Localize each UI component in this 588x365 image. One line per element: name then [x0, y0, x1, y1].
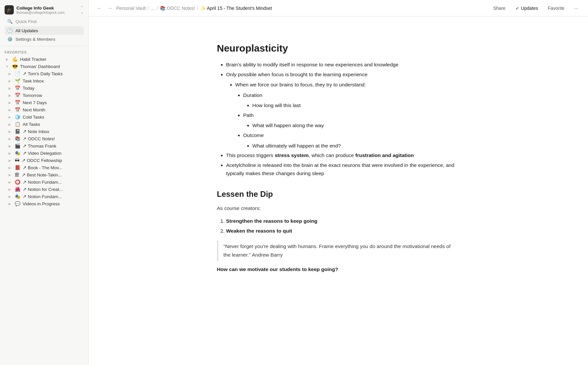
sidebar-item-thomas-frank[interactable]: ▶ 🎬 ↗ Thomas Frank — [2, 142, 86, 149]
clock-icon: 🕐 — [7, 28, 13, 33]
quick-find-button[interactable]: 🔍 Quick Find — [5, 17, 84, 26]
neuroplasticity-bullets: Brain's ability to modify itself in resp… — [217, 60, 460, 178]
section2-heading: Lessen the Dip — [217, 190, 460, 199]
next-month-icon: 📅 — [15, 107, 20, 112]
favorite-button[interactable]: Favorite — [545, 4, 568, 12]
toms-daily-tasks-label: ↗ Tom's Daily Tasks — [23, 71, 84, 76]
sidebar-item-thomas-dashboard[interactable]: ▼ 😎 Thomas' Dashboard — [2, 63, 86, 70]
sidebar-item-video-delegation[interactable]: ▶ 🎭 ↗ Video Delegation — [2, 149, 86, 157]
blockquote-text: "Never forget you're dealing with humans… — [224, 243, 451, 258]
sidebar-item-book-mov[interactable]: ▶ 📕 ↗ Book - The Mov... — [2, 164, 86, 171]
bullet-stress: This process triggers stress system, whi… — [226, 151, 460, 160]
sidebar-item-cold-tasks[interactable]: ▶ 🧊 Cold Tasks — [2, 113, 86, 121]
notion-fundam1-label: ↗ Notion Fundam... — [23, 179, 84, 185]
odcc-fellowship-label: ↗ ODCC Fellowship — [22, 158, 84, 163]
sidebar-item-notion-fundam1[interactable]: ▶ ⭕ ↗ Notion Fundam... — [2, 178, 86, 186]
dpe-bullets: Duration How long will this last Path Wh… — [235, 91, 460, 150]
sidebar-item-today[interactable]: ▶ 📅 Today — [2, 84, 86, 92]
collapse-arrow-icon: ▶ — [7, 173, 12, 177]
forward-button[interactable]: → — [106, 5, 114, 12]
tomorrow-icon: 📅 — [15, 93, 20, 98]
bold-question: How can we motivate our students to keep… — [217, 266, 460, 272]
section1-heading: Neuroplasticity — [217, 43, 460, 54]
best-note-icon: 🕸 — [15, 172, 19, 177]
sidebar-item-note-inbox[interactable]: ▶ 📓 ↗ Note Inbox — [2, 128, 86, 135]
share-button[interactable]: Share — [490, 4, 509, 12]
updates-label: Updates — [521, 6, 538, 11]
sidebar-item-next-7-days[interactable]: ▶ 📅 Next 7 Days — [2, 99, 86, 106]
video-delegation-icon: 🎭 — [15, 150, 20, 156]
all-updates-nav[interactable]: 🕐 All Updates — [5, 26, 84, 35]
sidebar-item-notion-fundam2[interactable]: ▶ 🎭 ↗ Notion Fundam... — [2, 193, 86, 200]
updates-button[interactable]: ✓ Updates — [512, 4, 541, 12]
sidebar-item-best-note[interactable]: ▶ 🕸 ↗ Best Note-Takin... — [2, 171, 86, 178]
collapse-arrow-icon: ▶ — [7, 159, 12, 162]
breadcrumb-current-page: ✨ April 15 - The Student's Mindset — [200, 6, 272, 11]
bullet-path-child: What will happen along the way — [252, 121, 460, 130]
collapse-arrow-icon: ▶ — [7, 180, 12, 184]
task-inbox-label: Task Inbox — [23, 79, 84, 83]
ordered-item-2: Weaken the reasons to quit — [226, 227, 460, 235]
sidebar-item-videos-in-progress[interactable]: ▶ 💬 Videos in Progress — [2, 200, 86, 207]
breadcrumb-odcc-notes[interactable]: 📚 ODCC Notes! — [160, 6, 195, 11]
sidebar-item-next-month[interactable]: ▶ 📅 Next Month — [2, 106, 86, 113]
sidebar-item-tomorrow[interactable]: ▶ 📅 Tomorrow — [2, 92, 86, 99]
sidebar-item-task-inbox[interactable]: ▶ 🌱 Task Inbox — [2, 77, 86, 84]
stress-bold2: frustration and agitation — [355, 152, 414, 158]
ellipsis-icon: ··· — [574, 6, 578, 11]
notion-creat-icon: 🌺 — [15, 187, 20, 192]
breadcrumb-sep-3: / — [197, 6, 198, 11]
habit-tracker-icon: 💪 — [12, 57, 18, 62]
outcome-children: What ultimately will happen at the end? — [243, 142, 460, 150]
notion-fundam1-icon: ⭕ — [15, 179, 20, 185]
breadcrumb-ellipsis[interactable]: ... — [151, 6, 155, 11]
duration-children: How long will this last — [243, 101, 460, 110]
main-content-area: ← → Personal Vault / ... / 📚 ODCC Notes!… — [89, 0, 588, 365]
workspace-email: thomas@collegeinfogeck.com — [16, 11, 65, 14]
collapse-arrow-icon: ▶ — [7, 202, 12, 206]
videos-in-progress-icon: 💬 — [15, 201, 20, 206]
path-children: What will happen along the way — [243, 121, 460, 130]
back-button[interactable]: ← — [95, 5, 104, 12]
book-mov-label: ↗ Book - The Mov... — [23, 165, 84, 170]
more-options-button[interactable]: ··· — [571, 4, 581, 12]
collapse-arrow-icon: ▶ — [7, 137, 12, 141]
breadcrumb-sep-2: / — [157, 6, 158, 11]
next-month-label: Next Month — [23, 107, 84, 112]
notion-creat-label: ↗ Notion for Creat... — [23, 187, 84, 192]
sidebar-item-notion-creat[interactable]: ▶ 🌺 ↗ Notion for Creat... — [2, 186, 86, 193]
notion-fundam2-icon: 🎭 — [15, 194, 20, 199]
breadcrumb-personal-vault[interactable]: Personal Vault — [116, 6, 146, 11]
cold-tasks-label: Cold Tasks — [23, 115, 84, 120]
share-label: Share — [493, 6, 505, 11]
sidebar-item-toms-daily-tasks[interactable]: ▶ 📄 ↗ Tom's Daily Tasks — [2, 70, 86, 77]
collapse-arrow-icon: ▶ — [7, 86, 12, 90]
blockquote: "Never forget you're dealing with humans… — [217, 240, 460, 261]
best-note-label: ↗ Best Note-Takin... — [22, 172, 84, 177]
sidebar: 🎓 College Info Geek thomas@collegeinfoge… — [0, 0, 89, 365]
tomorrow-label: Tomorrow — [23, 93, 84, 98]
favorites-section-label: FAVORITES — [0, 46, 88, 56]
collapse-arrow-icon: ▶ — [7, 144, 12, 148]
ordered-item-1: Strengthen the reasons to keep going — [226, 217, 460, 225]
sidebar-item-odcc-fellowship[interactable]: ▶ 🕶 ↗ ODCC Fellowship — [2, 157, 86, 164]
cold-tasks-icon: 🧊 — [15, 114, 20, 120]
sidebar-item-habit-tracker[interactable]: ▶ 💪 Habit Tracker — [2, 56, 86, 63]
breadcrumb-sep-1: / — [148, 6, 149, 11]
collapse-arrow-icon: ▶ — [7, 79, 12, 83]
note-inbox-icon: 📓 — [15, 129, 20, 134]
topbar: ← → Personal Vault / ... / 📚 ODCC Notes!… — [89, 0, 588, 16]
collapse-arrow-icon: ▶ — [7, 123, 12, 126]
workspace-chevron-icon[interactable]: ⌃⌄ — [80, 5, 84, 14]
sidebar-top: 🎓 College Info Geek thomas@collegeinfoge… — [0, 0, 88, 46]
collapse-arrow-icon: ▶ — [7, 151, 12, 155]
sidebar-item-odcc-notes[interactable]: ▶ 📚 ↗ ODCC Notes! — [2, 135, 86, 142]
sidebar-item-all-tasks[interactable]: ▶ 📋 All Tasks — [2, 121, 86, 128]
settings-nav[interactable]: ⚙️ Settings & Members — [5, 35, 84, 43]
next-7-days-label: Next 7 Days — [23, 100, 84, 105]
bullet-neuroplasticity-2: Only possible when focus is brought to t… — [226, 70, 460, 150]
topbar-left: ← → Personal Vault / ... / 📚 ODCC Notes!… — [95, 5, 272, 12]
bullet-duration-child: How long will this last — [252, 101, 460, 110]
collapse-arrow-icon: ▶ — [7, 101, 12, 104]
bullet-duration: Duration How long will this last — [243, 91, 460, 110]
